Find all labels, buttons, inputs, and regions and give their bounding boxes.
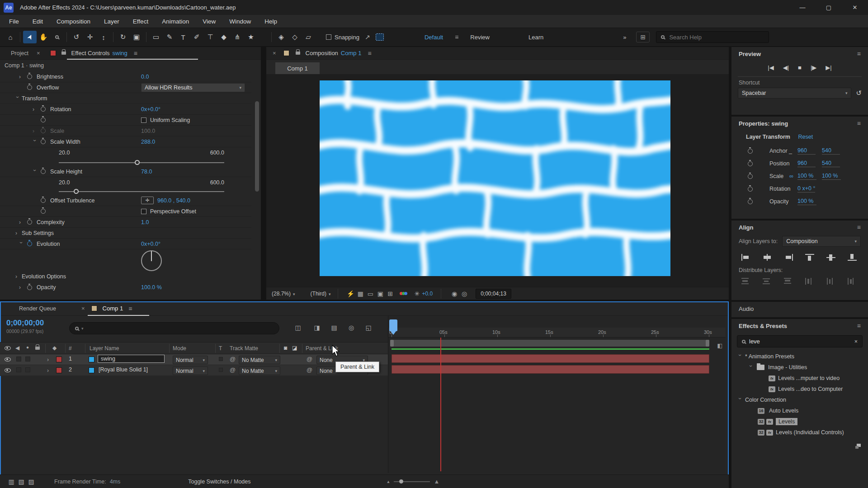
stopwatch-icon[interactable] <box>748 199 753 204</box>
layer-name-edit-field[interactable]: swing <box>98 355 165 363</box>
column-layer-name[interactable]: Layer Name <box>90 345 119 352</box>
work-area-bar[interactable] <box>390 340 709 347</box>
resolution-dropdown[interactable]: (Third) <box>311 291 331 297</box>
twirl-icon[interactable] <box>33 128 37 134</box>
expand-transfer-controls-icon[interactable]: ▧ <box>16 477 26 486</box>
orbit-camera-tool-icon[interactable]: ↺ <box>70 31 83 43</box>
zoom-in-mountain-icon[interactable]: ▲ <box>434 478 439 485</box>
track-matte-dropdown[interactable]: No Matte <box>239 366 280 375</box>
column-t[interactable]: T <box>219 345 222 352</box>
property-value[interactable]: 100.0 % <box>141 284 162 291</box>
stopwatch-icon[interactable] <box>748 161 753 166</box>
viewer-tab-comp1[interactable]: Comp 1 <box>275 62 320 74</box>
playhead-handle[interactable] <box>389 319 397 331</box>
property-value[interactable]: 78.0 <box>141 169 152 175</box>
twirl-icon[interactable] <box>19 74 24 80</box>
panel-menu-icon[interactable] <box>857 322 861 329</box>
label-color-chip[interactable] <box>56 357 62 362</box>
comp-tab-close-icon[interactable] <box>81 305 85 312</box>
current-time-indicator-line[interactable] <box>440 338 441 471</box>
panel-menu-icon[interactable] <box>857 120 861 127</box>
lock-column-icon[interactable] <box>35 347 40 350</box>
menu-window[interactable]: Window <box>229 18 251 25</box>
perspective-offset-checkbox[interactable] <box>141 209 146 214</box>
menu-animation[interactable]: Animation <box>162 18 189 25</box>
stopwatch-icon[interactable] <box>748 187 753 192</box>
rotation-tool-icon[interactable]: ↻ <box>116 31 130 43</box>
property-row-rotation[interactable]: Rotation 0x+0.0° <box>0 104 251 115</box>
layer-twirl-icon[interactable] <box>47 357 52 363</box>
stopwatch-icon[interactable] <box>27 285 32 290</box>
stopwatch-icon[interactable] <box>27 74 32 79</box>
transparency-grid-icon[interactable]: ▦ <box>355 289 365 298</box>
more-workspaces-chevron[interactable]: » <box>623 34 626 41</box>
panel-menu-icon[interactable] <box>128 305 132 312</box>
property-row-complexity[interactable]: Complexity 1.0 <box>0 217 251 228</box>
uniform-scaling-checkbox[interactable] <box>141 117 146 123</box>
timeline-search-box[interactable]: ▾ <box>69 322 279 334</box>
matte-pickwhip-icon[interactable]: @ <box>230 356 236 362</box>
twirl-icon[interactable] <box>14 96 21 101</box>
minimize-button[interactable]: — <box>789 0 816 15</box>
stopwatch-icon[interactable] <box>41 128 46 133</box>
menu-view[interactable]: View <box>203 18 216 25</box>
snap-region-icon[interactable] <box>376 33 384 41</box>
position-y-value[interactable]: 540 <box>822 160 840 167</box>
property-row-overflow[interactable]: Overflow Allow HDR Results <box>0 82 251 93</box>
stopwatch-icon[interactable] <box>27 241 32 246</box>
column-track-matte[interactable]: Track Matte <box>230 345 258 352</box>
point-control-icon[interactable]: ✛ <box>141 197 154 204</box>
axis-mode-icon-3[interactable]: ▱ <box>302 31 315 43</box>
twirl-icon[interactable] <box>19 284 24 291</box>
tree-item-levels-video-to-computer[interactable]: Levels ...deo to Computer <box>731 384 868 394</box>
next-frame-button[interactable]: |▶ <box>811 64 816 71</box>
time-ruler[interactable]: 0s 05s 10s 15s 20s 25s 30s <box>388 328 726 338</box>
type-tool-icon[interactable]: T <box>176 31 190 43</box>
lock-icon[interactable] <box>296 52 300 55</box>
position-x-value[interactable]: 960 <box>797 160 816 167</box>
stop-button[interactable]: ■ <box>798 64 802 71</box>
exposure-icon[interactable]: ✳ <box>412 289 422 298</box>
hand-tool-icon[interactable]: ✋ <box>37 31 50 43</box>
draft-3d-icon[interactable]: ◨ <box>312 323 322 332</box>
layer-row-2[interactable]: 2 [Royal Blue Solid 1] Normal @ No Matte… <box>0 365 388 376</box>
panel-menu-icon[interactable] <box>368 50 371 57</box>
scale-y-value[interactable]: 100 % <box>822 173 841 180</box>
composition-viewport[interactable] <box>266 74 729 287</box>
audio-toggle[interactable] <box>16 357 21 361</box>
last-frame-button[interactable]: ▶| <box>826 64 831 71</box>
channel-rgb-icon[interactable] <box>400 292 407 295</box>
anchor-x-value[interactable]: 960 <box>797 147 816 155</box>
timeline-zoom-control[interactable]: ▲ ▲ <box>387 478 440 485</box>
layer-twirl-icon[interactable] <box>47 367 52 374</box>
create-new-icon[interactable] <box>854 443 861 450</box>
label-color-chip[interactable] <box>56 367 62 373</box>
zoom-out-mountain-icon[interactable]: ▲ <box>387 479 391 484</box>
property-row-scale-height[interactable]: Scale Height 78.0 <box>0 166 251 177</box>
column-mode[interactable]: Mode <box>173 345 186 352</box>
workspace-learn[interactable]: Learn <box>528 34 543 41</box>
panel-menu-icon[interactable] <box>134 50 137 57</box>
workspace-default[interactable]: Default <box>425 34 443 41</box>
effects-search-box[interactable]: × <box>737 335 863 347</box>
layer-2-duration-bar[interactable] <box>392 365 709 374</box>
video-column-icon[interactable] <box>5 346 11 350</box>
menu-edit[interactable]: Edit <box>33 18 43 25</box>
twirl-icon[interactable] <box>33 106 37 113</box>
evolution-dial[interactable] <box>141 250 162 271</box>
roto-brush-tool-icon[interactable]: ⋔ <box>231 31 244 43</box>
snap-arrow-icon[interactable]: ↗ <box>363 33 373 42</box>
lock-icon[interactable] <box>61 52 66 55</box>
align-left-icon[interactable] <box>741 254 750 261</box>
tree-item-image-utilities[interactable]: Image - Utilities <box>731 362 868 373</box>
opacity-value[interactable]: 100 % <box>797 198 816 205</box>
property-row-perspective-offset[interactable]: Perspective Offset <box>0 206 251 217</box>
menu-layer[interactable]: Layer <box>104 18 119 25</box>
stopwatch-icon[interactable] <box>41 139 46 144</box>
home-icon[interactable]: ⌂ <box>4 31 17 43</box>
solo-toggle[interactable] <box>25 367 30 372</box>
align-to-dropdown[interactable]: Composition <box>782 236 861 247</box>
distribute-vertical-center-icon[interactable] <box>763 278 772 285</box>
motion-blur-icon[interactable]: ◎ <box>346 323 356 332</box>
property-row-opacity[interactable]: Opacity 100.0 % <box>0 282 251 293</box>
